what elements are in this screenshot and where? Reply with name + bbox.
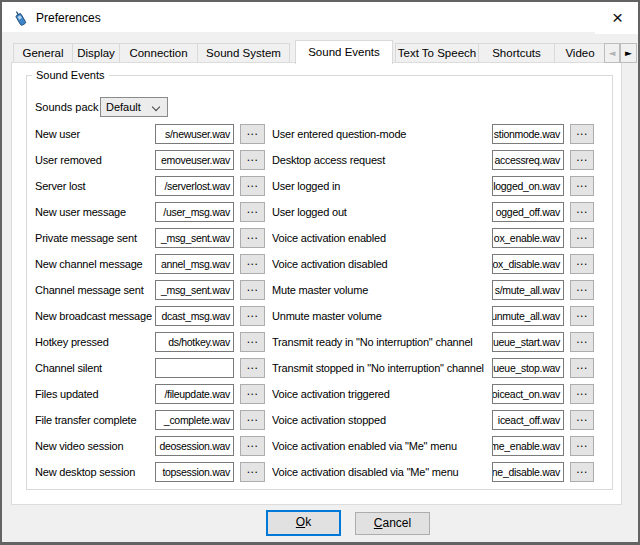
sound-event-label-user-entered-question-mode: User entered question-mode [272, 124, 491, 144]
sound-file-input-files-updated[interactable]: /fileupdate.wav [155, 384, 234, 404]
sound-event-label-new-user-message: New user message [35, 202, 153, 222]
browse-button-voice-activation-enabled-via-me-menu[interactable]: ... [570, 436, 594, 456]
browse-button-desktop-access-request[interactable]: ... [570, 150, 594, 170]
sound-file-input-unmute-master-volume[interactable]: unmute_all.wav [492, 306, 564, 326]
tab-text-to-speech[interactable]: Text To Speech [395, 43, 479, 62]
sound-event-label-voice-activation-stopped: Voice activation stopped [272, 410, 491, 430]
sound-event-label-private-message-sent: Private message sent [35, 228, 153, 248]
title-bar: Preferences × [2, 2, 638, 32]
sound-event-label-user-removed: User removed [35, 150, 153, 170]
browse-button-voice-activation-triggered[interactable]: ... [570, 384, 594, 404]
sound-file-input-voice-activation-enabled[interactable]: ox_enable.wav [492, 228, 564, 248]
browse-button-files-updated[interactable]: ... [240, 384, 265, 404]
sound-file-input-hotkey-pressed[interactable]: ds/hotkey.wav [155, 332, 234, 352]
sound-file-input-user-removed[interactable]: emoveuser.wav [155, 150, 234, 170]
sound-file-input-new-video-session[interactable]: deosession.wav [155, 436, 234, 456]
browse-button-user-logged-out[interactable]: ... [570, 202, 594, 222]
sound-event-label-mute-master-volume: Mute master volume [272, 280, 491, 300]
sound-event-label-desktop-access-request: Desktop access request [272, 150, 491, 170]
sound-file-input-channel-silent[interactable] [155, 358, 234, 378]
close-button[interactable]: × [595, 4, 640, 34]
tab-sound-system[interactable]: Sound System [197, 43, 290, 62]
ok-button[interactable]: Ok [266, 510, 341, 536]
app-icon [12, 9, 29, 27]
sound-file-input-new-desktop-session[interactable]: topsession.wav [155, 462, 234, 482]
sound-event-label-user-logged-out: User logged out [272, 202, 491, 222]
sound-file-input-file-transfer-complete[interactable]: _complete.wav [155, 410, 234, 430]
sound-event-label-transmit-stopped-in-no-interruption-channel: Transmit stopped in "No interruption" ch… [272, 358, 491, 378]
sound-file-input-desktop-access-request[interactable]: accessreq.wav [492, 150, 564, 170]
sound-file-input-voice-activation-enabled-via-me-menu[interactable]: me_enable.wav [492, 436, 564, 456]
sound-event-label-new-desktop-session: New desktop session [35, 462, 153, 482]
tab-connection[interactable]: Connection [119, 43, 198, 62]
browse-button-new-broadcast-message[interactable]: ... [240, 306, 265, 326]
browse-button-new-video-session[interactable]: ... [240, 436, 265, 456]
sounds-pack-value: Default [106, 101, 141, 114]
browse-button-mute-master-volume[interactable]: ... [570, 280, 594, 300]
cancel-button[interactable]: Cancel [355, 512, 430, 535]
sound-file-input-user-entered-question-mode[interactable]: stionmode.wav [492, 124, 564, 144]
browse-button-private-message-sent[interactable]: ... [240, 228, 265, 248]
sound-file-input-voice-activation-disabled-via-me-menu[interactable]: ne_disable.wav [492, 462, 564, 482]
browse-button-new-user[interactable]: ... [240, 124, 265, 144]
sound-event-label-transmit-ready-in-no-interruption-channel: Transmit ready in "No interruption" chan… [272, 332, 491, 352]
sound-file-input-voice-activation-disabled[interactable]: ox_disable.wav [492, 254, 564, 274]
sound-file-input-server-lost[interactable]: /serverlost.wav [155, 176, 234, 196]
browse-button-user-logged-in[interactable]: ... [570, 176, 594, 196]
browse-button-user-entered-question-mode[interactable]: ... [570, 124, 594, 144]
browse-button-server-lost[interactable]: ... [240, 176, 265, 196]
sound-file-input-voice-activation-stopped[interactable]: iceact_off.wav [492, 410, 564, 430]
browse-button-hotkey-pressed[interactable]: ... [240, 332, 265, 352]
sound-file-input-new-channel-message[interactable]: annel_msg.wav [155, 254, 234, 274]
tab-display[interactable]: Display [72, 43, 120, 62]
browse-button-new-user-message[interactable]: ... [240, 202, 265, 222]
sounds-pack-select[interactable]: Default [100, 97, 168, 117]
sound-event-label-new-broadcast-message: New broadcast message [35, 306, 153, 326]
sound-file-input-new-user-message[interactable]: /user_msg.wav [155, 202, 234, 222]
sound-event-label-unmute-master-volume: Unmute master volume [272, 306, 491, 326]
browse-button-voice-activation-disabled[interactable]: ... [570, 254, 594, 274]
browse-button-new-channel-message[interactable]: ... [240, 254, 265, 274]
sound-file-input-channel-message-sent[interactable]: _msg_sent.wav [155, 280, 234, 300]
sound-file-input-private-message-sent[interactable]: _msg_sent.wav [155, 228, 234, 248]
browse-button-channel-silent[interactable]: ... [240, 358, 265, 378]
browse-button-transmit-stopped-in-no-interruption-channel[interactable]: ... [570, 358, 594, 378]
sound-file-input-transmit-stopped-in-no-interruption-channel[interactable]: ueue_stop.wav [492, 358, 564, 378]
sound-file-input-new-user[interactable]: s/newuser.wav [155, 124, 234, 144]
sound-event-label-voice-activation-disabled: Voice activation disabled [272, 254, 491, 274]
tab-video[interactable]: Video [554, 43, 606, 62]
sound-event-label-voice-activation-disabled-via-me-menu: Voice activation disabled via "Me" menu [272, 462, 491, 482]
sound-file-input-voice-activation-triggered[interactable]: oiceact_on.wav [492, 384, 564, 404]
sound-event-label-file-transfer-complete: File transfer complete [35, 410, 153, 430]
tab-sound-events[interactable]: Sound Events [295, 40, 393, 64]
sound-event-label-user-logged-in: User logged in [272, 176, 491, 196]
browse-button-voice-activation-disabled-via-me-menu[interactable]: ... [570, 462, 594, 482]
sound-event-label-voice-activation-enabled-via-me-menu: Voice activation enabled via "Me" menu [272, 436, 491, 456]
browse-button-voice-activation-stopped[interactable]: ... [570, 410, 594, 430]
sound-file-input-transmit-ready-in-no-interruption-channel[interactable]: ueue_start.wav [492, 332, 564, 352]
sounds-pack-label: Sounds pack [35, 97, 99, 117]
sound-event-label-voice-activation-triggered: Voice activation triggered [272, 384, 491, 404]
sound-file-input-user-logged-in[interactable]: logged_on.wav [492, 176, 564, 196]
tab-shortcuts[interactable]: Shortcuts [478, 43, 555, 62]
browse-button-new-desktop-session[interactable]: ... [240, 462, 265, 482]
tab-general[interactable]: General [13, 43, 73, 62]
chevron-down-icon [152, 103, 160, 111]
sound-file-input-user-logged-out[interactable]: ogged_off.wav [492, 202, 564, 222]
browse-button-transmit-ready-in-no-interruption-channel[interactable]: ... [570, 332, 594, 352]
sound-file-input-mute-master-volume[interactable]: s/mute_all.wav [492, 280, 564, 300]
browse-button-file-transfer-complete[interactable]: ... [240, 410, 265, 430]
browse-button-voice-activation-enabled[interactable]: ... [570, 228, 594, 248]
sound-event-label-new-user: New user [35, 124, 153, 144]
window-title: Preferences [36, 11, 101, 25]
sound-event-label-server-lost: Server lost [35, 176, 153, 196]
browse-button-channel-message-sent[interactable]: ... [240, 280, 265, 300]
tab-scroll-left-button[interactable]: ◄ [604, 43, 620, 63]
sound-event-label-new-channel-message: New channel message [35, 254, 153, 274]
groupbox-title: Sound Events [32, 69, 109, 81]
tab-scroll-right-button[interactable]: ► [620, 43, 637, 63]
browse-button-unmute-master-volume[interactable]: ... [570, 306, 594, 326]
sound-event-label-hotkey-pressed: Hotkey pressed [35, 332, 153, 352]
sound-file-input-new-broadcast-message[interactable]: dcast_msg.wav [155, 306, 234, 326]
browse-button-user-removed[interactable]: ... [240, 150, 265, 170]
